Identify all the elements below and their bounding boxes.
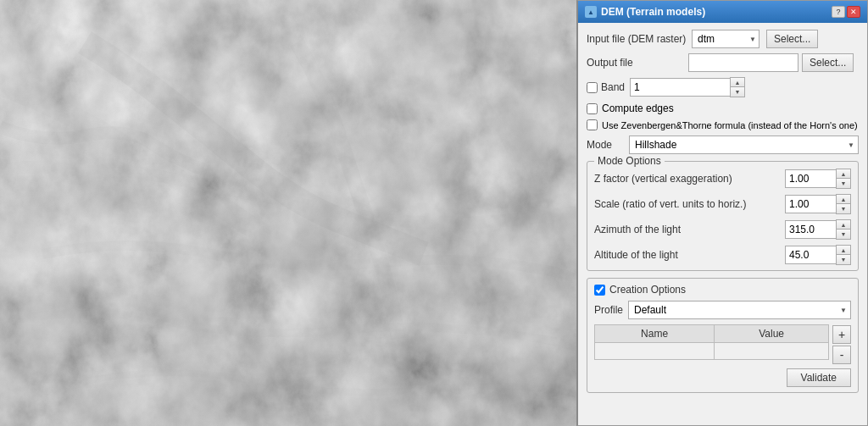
altitude-label: Altitude of the light <box>594 249 785 261</box>
mode-options-title: Mode Options <box>594 155 665 167</box>
azimuth-spin-buttons: ▲ ▼ <box>836 219 851 240</box>
scale-spin-up[interactable]: ▲ <box>837 195 850 204</box>
mode-label: Mode <box>587 139 629 151</box>
dialog-panel: ▲ DEM (Terrain models) ? ✕ Input file (D… <box>576 0 868 426</box>
band-input[interactable] <box>630 78 730 97</box>
profile-select-wrapper: Default ▼ <box>628 301 851 319</box>
input-file-row: Input file (DEM raster) dtm ▼ Select... <box>587 30 859 48</box>
table-col-name: Name <box>595 325 715 343</box>
compute-edges-label: Compute edges <box>602 102 674 114</box>
input-file-label: Input file (DEM raster) <box>587 33 688 45</box>
scale-input[interactable] <box>785 195 836 213</box>
dialog-icon: ▲ <box>585 6 597 18</box>
band-spin-up[interactable]: ▲ <box>731 78 744 87</box>
z-factor-label: Z factor (vertical exaggeration) <box>594 173 785 185</box>
add-option-button[interactable]: + <box>832 325 851 344</box>
title-bar-left: ▲ DEM (Terrain models) <box>585 6 705 18</box>
help-button[interactable]: ? <box>832 6 845 18</box>
validate-row: Validate <box>594 368 851 387</box>
band-spinbox: ▲ ▼ <box>630 77 745 97</box>
profile-label: Profile <box>594 304 623 316</box>
altitude-spin-buttons: ▲ ▼ <box>836 245 851 265</box>
zevenbergen-label: Use Zevenbergen&Thorne formula (instead … <box>602 120 858 130</box>
band-spin-down[interactable]: ▼ <box>731 87 744 97</box>
z-factor-input[interactable] <box>785 169 836 188</box>
z-factor-spinbox: ▲ ▼ <box>785 169 851 189</box>
azimuth-spin-down[interactable]: ▼ <box>837 230 850 239</box>
scale-label: Scale (ratio of vert. units to horiz.) <box>594 198 785 210</box>
output-file-input[interactable] <box>688 53 798 72</box>
output-file-select-button[interactable]: Select... <box>802 53 854 72</box>
z-factor-row: Z factor (vertical exaggeration) ▲ ▼ <box>594 169 851 189</box>
z-factor-spin-up[interactable]: ▲ <box>837 169 850 179</box>
mode-select-wrapper: Hillshade Slope Aspect Color relief TRI … <box>629 136 859 154</box>
mode-row: Mode Hillshade Slope Aspect Color relief… <box>587 136 859 154</box>
svg-rect-3 <box>0 0 576 426</box>
scale-spin-down[interactable]: ▼ <box>837 204 850 213</box>
scale-spin-buttons: ▲ ▼ <box>836 194 851 214</box>
band-label: Band <box>601 81 625 93</box>
dialog-content: Input file (DEM raster) dtm ▼ Select... … <box>578 23 867 425</box>
table-col-value: Value <box>715 325 829 343</box>
output-file-label: Output file <box>587 57 688 69</box>
input-file-select[interactable]: dtm <box>692 30 760 48</box>
altitude-spinbox: ▲ ▼ <box>785 245 851 265</box>
dialog-title: DEM (Terrain models) <box>601 6 705 18</box>
validate-button[interactable]: Validate <box>787 368 851 387</box>
band-spin-buttons: ▲ ▼ <box>730 77 745 97</box>
z-factor-spin-down[interactable]: ▼ <box>837 179 850 188</box>
band-row: Band ▲ ▼ <box>587 77 859 97</box>
band-checkbox[interactable] <box>587 82 598 93</box>
azimuth-spin-up[interactable]: ▲ <box>837 220 850 230</box>
scale-spinbox: ▲ ▼ <box>785 194 851 214</box>
table-controls: Name Value + - <box>594 324 851 365</box>
dtm-select-wrapper: dtm ▼ <box>692 30 760 48</box>
close-button[interactable]: ✕ <box>847 6 860 18</box>
azimuth-row: Azimuth of the light ▲ ▼ <box>594 219 851 240</box>
azimuth-input[interactable] <box>785 220 836 239</box>
creation-options-section: Creation Options Profile Default ▼ Name <box>587 278 859 393</box>
creation-options-header: Creation Options <box>594 284 851 296</box>
title-buttons: ? ✕ <box>832 6 860 18</box>
altitude-spin-down[interactable]: ▼ <box>837 255 850 264</box>
azimuth-spinbox: ▲ ▼ <box>785 219 851 240</box>
options-table: Name Value <box>594 324 829 360</box>
output-file-row: Output file Select... <box>587 53 859 72</box>
table-empty-row <box>595 343 829 360</box>
mode-select[interactable]: Hillshade Slope Aspect Color relief TRI … <box>629 136 859 154</box>
altitude-row: Altitude of the light ▲ ▼ <box>594 245 851 265</box>
creation-options-title: Creation Options <box>609 284 686 296</box>
zevenbergen-row: Use Zevenbergen&Thorne formula (instead … <box>587 119 859 130</box>
z-factor-spin-buttons: ▲ ▼ <box>836 169 851 189</box>
mode-options-group: Mode Options Z factor (vertical exaggera… <box>587 161 859 271</box>
compute-edges-checkbox[interactable] <box>587 103 598 114</box>
title-bar: ▲ DEM (Terrain models) ? ✕ <box>578 1 867 23</box>
altitude-input[interactable] <box>785 246 836 264</box>
input-file-select-button[interactable]: Select... <box>766 30 818 48</box>
zevenbergen-checkbox[interactable] <box>587 119 598 130</box>
creation-options-checkbox[interactable] <box>594 285 605 296</box>
compute-edges-row: Compute edges <box>587 102 859 114</box>
scale-row: Scale (ratio of vert. units to horiz.) ▲… <box>594 194 851 214</box>
profile-select[interactable]: Default <box>628 301 851 319</box>
remove-option-button[interactable]: - <box>832 346 851 364</box>
terrain-map <box>0 0 576 426</box>
profile-row: Profile Default ▼ <box>594 301 851 319</box>
azimuth-label: Azimuth of the light <box>594 224 785 235</box>
altitude-spin-up[interactable]: ▲ <box>837 246 850 255</box>
table-action-buttons: + - <box>832 325 851 364</box>
